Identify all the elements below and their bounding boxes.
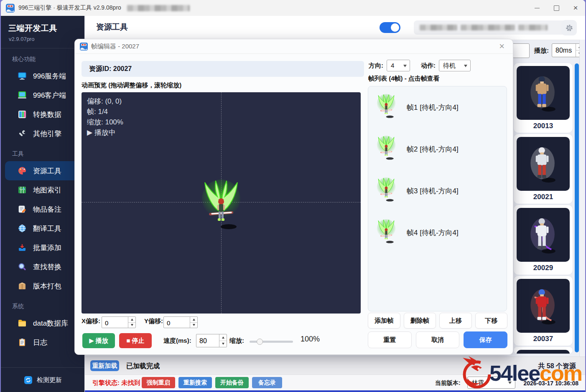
overlay-frame: 帧: 1/4 (87, 106, 123, 117)
note-icon (18, 205, 27, 214)
minimize-button[interactable] (527, 0, 547, 16)
sidebar-item-version-pack[interactable]: 版本打包 (1, 276, 84, 296)
current-version-label: 当前版本: (435, 379, 461, 387)
sidebar-item-label: 转换数据 (33, 110, 61, 119)
re-search-button[interactable]: 重新搜索 (178, 377, 212, 388)
status-bar: 引擎状态: 未找到 强制重启 重新搜索 开始备份 备忘录 当前版本: 林霄 20… (85, 374, 585, 392)
sidebar-item-label: 地图索引 (33, 185, 61, 195)
resource-card-20013[interactable]: 20013 (513, 63, 573, 133)
resource-id-label: 20037 (517, 333, 570, 345)
x-offset-input[interactable] (102, 316, 136, 328)
force-restart-button[interactable]: 强制重启 (142, 377, 175, 388)
spinner-arrows[interactable] (219, 334, 227, 347)
sidebar-item-other-engines[interactable]: 其他引擎 (1, 124, 84, 143)
reset-button[interactable]: 重置 (368, 331, 412, 348)
direction-action-row: 方向: 4 动作: 待机 (369, 60, 471, 71)
frame-list: 帧1 [待机-方向4] 帧2 [待机-方向4] 帧3 [待机-方向4] 帧4 [… (368, 86, 507, 311)
frame-item-3[interactable]: 帧3 [待机-方向4] (368, 170, 507, 212)
frame-item-4[interactable]: 帧4 [待机-方向4] (368, 212, 507, 253)
sidebar: 三端开发工具 v2.9.07pro 核心功能 996服务端 996客户端 转换数… (1, 16, 84, 392)
chevron-down-icon (403, 65, 407, 69)
move-down-button[interactable]: 下移 (475, 313, 508, 329)
globe-icon (18, 224, 27, 233)
engine-status-text: 引擎状态: 未找到 (92, 379, 140, 387)
frame-thumb-sprite (374, 216, 398, 249)
y-offset-value[interactable] (164, 317, 193, 329)
sidebar-item-batch-add[interactable]: 批量添加 (1, 238, 84, 257)
maximize-button[interactable] (547, 0, 566, 16)
sidebar-item-logs[interactable]: 日志 (1, 333, 84, 352)
stop-button[interactable]: ■ 停止 (119, 333, 152, 348)
chevron-down-icon (464, 65, 467, 69)
sidebar-item-996-server[interactable]: 996服务端 (1, 66, 84, 86)
sidebar-item-label: 其他引擎 (33, 129, 61, 139)
zoom-slider[interactable] (250, 341, 293, 343)
sidebar-item-find-replace[interactable]: 查找替换 (1, 257, 84, 276)
resource-id-label: 20013 (517, 120, 570, 132)
resource-card-20037[interactable]: 20037 (513, 276, 573, 346)
reload-button[interactable]: 重新加载 (90, 360, 119, 371)
sidebar-item-map-index[interactable]: 地图索引 (1, 180, 84, 200)
chevron-down-icon (508, 382, 512, 386)
resource-card-20029[interactable]: 20029 (513, 205, 573, 275)
animation-preview-canvas[interactable]: 偏移: (0, 0) 帧: 1/4 缩放: 100% ▶ 播放中 (82, 92, 361, 314)
sidebar-item-translate-tool[interactable]: 翻译工具 (1, 219, 84, 238)
sidebar-item-convert-data[interactable]: 转换数据 (1, 105, 84, 124)
sidebar-item-996-client[interactable]: 996客户端 (1, 86, 84, 105)
action-label: 动作: (421, 62, 436, 70)
overlay-offset: 偏移: (0, 0) (87, 96, 123, 106)
zoom-slider-thumb[interactable] (257, 339, 263, 345)
cancel-button[interactable]: 取消 (416, 331, 460, 348)
speed-input[interactable] (196, 334, 227, 347)
frame-item-1[interactable]: 帧1 [待机-方向4] (368, 86, 507, 128)
sidebar-item-resource-tool[interactable]: 资源工具 (5, 161, 80, 180)
spinner-arrows[interactable] (190, 317, 197, 328)
modal-close-icon[interactable]: × (499, 41, 504, 52)
frame-item-label: 帧3 [待机-方向4] (407, 186, 459, 196)
resource-card-partial[interactable] (513, 346, 573, 354)
spinner-arrows[interactable] (128, 317, 135, 328)
add-frame-button[interactable]: 添加帧 (368, 313, 400, 329)
action-select[interactable]: 待机 (439, 60, 471, 71)
frame-item-2[interactable]: 帧2 [待机-方向4] (368, 128, 507, 170)
app-window: 996三端引擎 · 极速开发工具 v2.9.08pro × 三端开发工具 v2.… (1, 0, 585, 392)
laptop-icon (18, 91, 27, 100)
y-offset-input[interactable] (163, 316, 198, 328)
current-version-dropdown[interactable]: 林霄 (467, 377, 515, 389)
panel-scrollbar-track[interactable] (579, 40, 585, 357)
start-backup-button[interactable]: 开始备份 (215, 377, 249, 388)
resource-card-20021[interactable]: 20021 (513, 134, 573, 204)
delete-frame-button[interactable]: 删除帧 (404, 313, 436, 329)
sidebar-item-label: 查找替换 (33, 262, 61, 272)
speed-value[interactable] (196, 334, 222, 348)
settings-button[interactable] (561, 20, 577, 35)
close-button[interactable]: × (566, 0, 585, 16)
frame-thumb-sprite (374, 133, 398, 165)
content-header: 资源工具 (85, 16, 585, 40)
play-speed-spinner[interactable]: 80ms (552, 43, 583, 57)
play-button[interactable]: ▶ 播放 (82, 333, 115, 348)
frame-item-label: 帧1 [待机-方向4] (407, 103, 459, 112)
sidebar-item-label: 版本打包 (33, 281, 61, 291)
action-value: 待机 (443, 62, 456, 69)
move-up-button[interactable]: 上移 (439, 313, 472, 329)
x-offset-value[interactable] (102, 317, 131, 329)
sidebar-item-item-notes[interactable]: 物品备注 (1, 200, 84, 219)
cards-scrollbar[interactable] (575, 63, 579, 352)
monitor-icon (18, 71, 27, 81)
overlay-status: ▶ 播放中 (87, 127, 123, 138)
sidebar-item-data-db[interactable]: data数据库 (1, 314, 84, 333)
modal-header: 帧编辑器 - 20027 × (75, 39, 513, 54)
load-bar: 重新加载 已加载完成 共 58 个资源 (85, 357, 585, 374)
gear-icon (565, 24, 573, 32)
timestamp: 2026-03-17 10:36:08 (523, 380, 578, 387)
save-button[interactable]: 保存 (464, 331, 507, 348)
header-toggle[interactable] (380, 22, 400, 33)
sidebar-check-update[interactable]: 检测更新 (1, 367, 84, 392)
memo-button[interactable]: 备忘录 (252, 377, 282, 388)
zoom-label: 缩放: (229, 337, 244, 345)
search-icon (18, 262, 27, 271)
preview-label: 动画预览 (拖动调整偏移，滚轮缩放) (82, 81, 181, 89)
direction-select[interactable]: 4 (387, 60, 410, 71)
sidebar-brand: 三端开发工具 (1, 16, 84, 35)
